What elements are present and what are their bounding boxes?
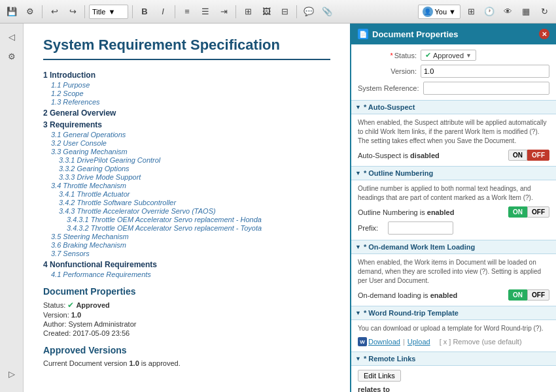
link-separator: |	[403, 338, 405, 346]
doc-props-inline: Document Properties Status: ✔ Approved V…	[43, 286, 330, 337]
auto-suspect-status: Auto-Suspect is disabled ON OFF	[358, 150, 549, 161]
toc-item[interactable]: 1 Introduction	[43, 71, 330, 80]
on-demand-toggle: ON OFF	[508, 289, 549, 301]
dropdown-arrow: ▼	[108, 8, 115, 16]
panel-header-icon: 📄	[358, 29, 368, 39]
toc-item[interactable]: 2 General Overview	[43, 108, 330, 118]
save-icon[interactable]: 💾	[4, 4, 20, 20]
status-badge[interactable]: ✔ Approved ▼	[421, 50, 476, 61]
toc-item[interactable]: 3.4.2 Throttle Software Subcontroller	[59, 199, 330, 206]
version-input[interactable]	[421, 65, 549, 78]
history-icon[interactable]: 🕐	[481, 4, 497, 20]
toc-item[interactable]: 4 Nonfunctional Requirements	[43, 260, 330, 269]
word-roundtrip-header[interactable]: ▼ * Word Round-trip Template	[351, 306, 556, 320]
on-demand-off-btn[interactable]: OFF	[527, 289, 549, 301]
auto-suspect-text: Auto-Suspect is disabled	[358, 152, 440, 159]
outline-numbering-toggle: ON OFF	[508, 206, 549, 218]
align-icon[interactable]: ≡	[179, 4, 195, 20]
toc-item[interactable]: 3.4.3.2 Throttle OEM Accelerator Servo r…	[67, 224, 330, 232]
on-demand-header[interactable]: ▼ * On-demand Work Item Loading	[351, 240, 556, 254]
settings-icon[interactable]: ⚙	[22, 4, 38, 20]
toc-item[interactable]: 3.4.3 Throttle Accelerator Override Serv…	[59, 207, 330, 215]
toc-item[interactable]: 3.6 Braking Mechanism	[51, 241, 330, 249]
toc-item[interactable]: 1.2 Scope	[51, 90, 330, 97]
system-ref-label: System Reference:	[358, 84, 419, 92]
toc-item[interactable]: 3.4 Throttle Mechanism	[51, 182, 330, 189]
relates-to-label: relates to	[358, 385, 549, 392]
document-properties-panel: 📄 Document Properties ✕ Status: ✔ Approv…	[350, 24, 556, 392]
outline-numbering-off-btn[interactable]: OFF	[527, 206, 549, 218]
table-of-contents: 1 Introduction 1.1 Purpose 1.2 Scope 1.3…	[43, 71, 330, 278]
bold-icon[interactable]: B	[137, 4, 152, 20]
indent-icon[interactable]: ⇥	[216, 4, 232, 20]
outline-numbering-status: Outline Numbering is enabled ON OFF	[358, 206, 549, 218]
system-ref-row: System Reference:	[358, 82, 549, 95]
user-button[interactable]: 👤 You ▼	[418, 5, 460, 19]
italic-icon[interactable]: I	[155, 4, 171, 20]
toc-item[interactable]: 3.4.1 Throttle Actuator	[59, 190, 330, 198]
sidebar-expand-icon[interactable]: ◁	[4, 29, 20, 44]
auto-suspect-off-btn[interactable]: OFF	[527, 150, 549, 161]
toc-item[interactable]: 3.3 Gearing Mechanism	[51, 148, 330, 155]
toc-item[interactable]: 3.7 Sensors	[51, 250, 330, 257]
panel-header: 📄 Document Properties ✕	[351, 24, 556, 44]
layout-icon[interactable]: ▦	[518, 4, 534, 20]
on-demand-text: On-demand loading is enabled	[358, 291, 457, 299]
auto-suspect-title: * Auto-Suspect	[364, 103, 415, 111]
word-roundtrip-title: * Word Round-trip Template	[364, 309, 459, 317]
outline-numbering-desc: Outline number is applied to both normal…	[358, 184, 549, 203]
status-select[interactable]: ✔ Approved ▼	[421, 50, 549, 61]
panel-close-button[interactable]: ✕	[539, 29, 549, 39]
collapse-arrow-icon: ▼	[355, 310, 361, 316]
view-icon[interactable]: 👁	[500, 4, 515, 20]
prefix-label: Prefix:	[358, 224, 384, 232]
comment-icon[interactable]: 💬	[301, 4, 317, 20]
download-link[interactable]: Download	[368, 338, 400, 346]
toc-item[interactable]: 3.3.1 DrivePilot Gearing Control	[59, 156, 330, 164]
system-ref-input[interactable]	[423, 82, 549, 95]
outline-numbering-header[interactable]: ▼ * Outline Numbering	[351, 166, 556, 180]
edit-links-button[interactable]: Edit Links	[358, 370, 401, 382]
toc-item[interactable]: 3.3.2 Gearing Options	[59, 165, 330, 172]
on-demand-on-btn[interactable]: ON	[508, 289, 527, 301]
sep3	[132, 5, 133, 18]
author-line: Author: System Administrator	[43, 320, 330, 328]
sidebar-nav-icon[interactable]: ▷	[4, 366, 20, 382]
attach-icon[interactable]: 📎	[319, 4, 335, 20]
toc-item[interactable]: 3 Requirements	[43, 120, 330, 129]
grid-icon[interactable]: ⊞	[463, 4, 479, 20]
title-dropdown[interactable]: Title ▼	[89, 5, 128, 19]
list-icon[interactable]: ☰	[198, 4, 213, 20]
left-sidebar: ◁ ⚙ ▷	[0, 24, 24, 392]
prefix-input[interactable]	[388, 221, 453, 235]
user-label: You	[435, 8, 447, 16]
toolbar-right: 👤 You ▼ ⊞ 🕐 👁 ▦ ↻	[418, 4, 552, 20]
redo-icon[interactable]: ↪	[65, 4, 80, 20]
insert-icon[interactable]: ⊞	[240, 4, 256, 20]
panel-body: Status: ✔ Approved ▼ Version: System Ref…	[351, 44, 556, 392]
panel-title: Document Properties	[372, 29, 458, 39]
toc-item[interactable]: 1.1 Purpose	[51, 81, 330, 89]
on-demand-desc: When enabled, the Work items in Document…	[358, 258, 549, 286]
remote-links-header[interactable]: ▼ * Remote Links	[351, 351, 556, 366]
undo-icon[interactable]: ↩	[46, 4, 62, 20]
version-row: Version:	[358, 65, 549, 78]
toc-item[interactable]: 4.1 Performance Requirements	[51, 270, 330, 278]
sidebar-settings-icon[interactable]: ⚙	[4, 48, 20, 64]
image-icon[interactable]: 🖼	[258, 4, 274, 20]
toc-item[interactable]: 3.2 User Console	[51, 139, 330, 147]
collapse-arrow-icon: ▼	[355, 104, 361, 110]
toc-item[interactable]: 1.3 References	[51, 98, 330, 106]
status-label: Status:	[358, 52, 417, 59]
toc-item[interactable]: 3.3.3 Drive Mode Support	[59, 173, 330, 181]
refresh-icon[interactable]: ↻	[536, 4, 552, 20]
upload-link[interactable]: Upload	[408, 338, 430, 346]
toc-item[interactable]: 3.4.3.1 Throttle OEM Accelerator Servo r…	[67, 216, 330, 223]
toc-item[interactable]: 3.5 Steering Mechanism	[51, 233, 330, 240]
table-icon[interactable]: ⊟	[277, 4, 292, 20]
auto-suspect-on-btn[interactable]: ON	[508, 150, 527, 161]
toc-item[interactable]: 3.1 General Operations	[51, 131, 330, 139]
document-area: System Requirement Specification 1 Intro…	[24, 24, 350, 392]
outline-numbering-on-btn[interactable]: ON	[508, 206, 527, 218]
auto-suspect-header[interactable]: ▼ * Auto-Suspect	[351, 100, 556, 114]
